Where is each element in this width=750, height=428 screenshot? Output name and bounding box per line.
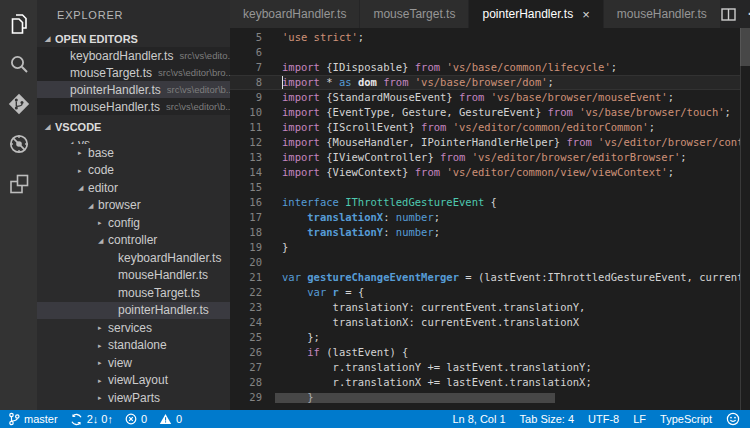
status-eol-label: LF <box>633 413 646 425</box>
tab-close-icon[interactable]: × <box>582 8 590 21</box>
activity-debug[interactable] <box>7 132 31 156</box>
code-line-27[interactable]: 27 r.translationY += lastEvent.translati… <box>230 360 740 375</box>
status-encoding[interactable]: UTF-8 <box>588 413 619 425</box>
code-line-28[interactable]: 28 r.translationX += lastEvent.translati… <box>230 375 740 390</box>
tab-keyboardHandler.ts[interactable]: keyboardHandler.ts <box>230 0 360 28</box>
code-line-6[interactable]: 6 <box>230 45 740 60</box>
tab-mouseTarget.ts[interactable]: mouseTarget.ts <box>360 0 469 28</box>
status-warnings[interactable]: 0 <box>159 413 182 425</box>
tree-item-base[interactable]: ▸base <box>37 144 230 162</box>
code-text: var gestureChangeEventMerger = (lastEven… <box>282 270 740 285</box>
tree-item-standalone[interactable]: ▸standalone <box>37 337 230 355</box>
tab-mouseHandler.ts[interactable]: mouseHandler.ts <box>604 0 721 28</box>
code-line-13[interactable]: 13import {IViewController} from 'vs/edit… <box>230 150 740 165</box>
code-text: translationX: currentEvent.translationX <box>282 315 740 330</box>
warning-icon <box>159 413 172 425</box>
code-text: if (lastEvent) { <box>282 345 740 360</box>
tree-item-label: services <box>108 321 152 335</box>
code-line-18[interactable]: 18 translationY: number; <box>230 225 740 240</box>
status-eol[interactable]: LF <box>633 413 646 425</box>
tree-item-clipped: ◢vs <box>37 135 230 144</box>
activity-explorer[interactable] <box>7 12 31 36</box>
tree-item-mouseTarget.ts[interactable]: mouseTarget.ts <box>37 284 230 302</box>
code-editor[interactable]: 5'use strict';67import {IDisposable} fro… <box>230 28 750 410</box>
code-line-20[interactable]: 20 <box>230 255 740 270</box>
code-text: 'use strict'; <box>282 30 740 45</box>
code-line-14[interactable]: 14import {ViewContext} from 'vs/editor/c… <box>230 165 740 180</box>
open-editor-mouseTarget.ts[interactable]: mouseTarget.tssrc\vs\editor\bro... <box>37 64 230 81</box>
vscode-window: EXPLORER ◢ OPEN EDITORS keyboardHandler.… <box>0 0 750 428</box>
code-line-21[interactable]: 21var gestureChangeEventMerger = (lastEv… <box>230 270 740 285</box>
folder-tree-header[interactable]: ◢ VSCODE <box>37 118 230 135</box>
tree-item-vs[interactable]: ◢vs <box>37 135 230 144</box>
status-feedback[interactable] <box>726 412 740 426</box>
code-text: interface IThrottledGestureEvent { <box>282 195 740 210</box>
code-line-11[interactable]: 11import {IScrollEvent} from 'vs/editor/… <box>230 120 740 135</box>
status-warnings-label: 0 <box>176 413 182 425</box>
twisty-collapsed-icon: ▸ <box>78 167 88 174</box>
tree-item-label: viewLayout <box>108 373 168 387</box>
tree-item-services[interactable]: ▸services <box>37 319 230 337</box>
activity-source-control[interactable] <box>7 92 31 116</box>
tree-item-editor[interactable]: ◢editor <box>37 179 230 197</box>
code-line-23[interactable]: 23 translationY: currentEvent.translatio… <box>230 300 740 315</box>
status-cursor-position-label: Ln 8, Col 1 <box>452 413 505 425</box>
code-line-24[interactable]: 24 translationX: currentEvent.translatio… <box>230 315 740 330</box>
code-line-22[interactable]: 22 var r = { <box>230 285 740 300</box>
tab-pointerHandler.ts[interactable]: pointerHandler.ts× <box>469 0 603 28</box>
tree-item-browser[interactable]: ◢browser <box>37 197 230 215</box>
open-editor-pointerHandler.ts[interactable]: pointerHandler.tssrc\vs\editor\b.. <box>37 81 230 98</box>
tree-item-viewLayout[interactable]: ▸viewLayout <box>37 372 230 390</box>
tree-item-view[interactable]: ▸view <box>37 354 230 372</box>
twisty-collapsed-icon: ▸ <box>98 394 108 401</box>
code-line-5[interactable]: 5'use strict'; <box>230 30 740 45</box>
tree-item-controller[interactable]: ◢controller <box>37 232 230 250</box>
status-sync[interactable]: 2↓ 0↑ <box>70 413 113 426</box>
tab-label: pointerHandler.ts <box>482 7 573 21</box>
tree-item-pointerHandler.ts[interactable]: pointerHandler.ts <box>37 302 230 320</box>
tree-item-label: base <box>88 146 114 160</box>
code-line-16[interactable]: 16interface IThrottledGestureEvent { <box>230 195 740 210</box>
twisty-collapsed-icon: ▸ <box>98 324 108 331</box>
tree-item-mouseHandler.ts[interactable]: mouseHandler.ts <box>37 267 230 285</box>
code-line-8[interactable]: 8import * as dom from 'vs/base/browser/d… <box>230 75 740 90</box>
code-lines: 5'use strict';67import {IDisposable} fro… <box>230 30 740 405</box>
code-line-7[interactable]: 7import {IDisposable} from 'vs/base/comm… <box>230 60 740 75</box>
line-number: 24 <box>230 315 282 330</box>
activity-bar <box>0 0 37 410</box>
code-line-15[interactable]: 15 <box>230 180 740 195</box>
open-editor-keyboardHandler.ts[interactable]: keyboardHandler.tssrc\vs\edito... <box>37 47 230 64</box>
activity-search[interactable] <box>7 52 31 76</box>
code-line-26[interactable]: 26 if (lastEvent) { <box>230 345 740 360</box>
code-line-25[interactable]: 25 }; <box>230 330 740 345</box>
line-number: 5 <box>230 30 282 45</box>
status-language[interactable]: TypeScript <box>660 413 712 425</box>
code-line-10[interactable]: 10import {EventType, Gesture, GestureEve… <box>230 105 740 120</box>
open-editors-header[interactable]: ◢ OPEN EDITORS <box>37 30 230 47</box>
line-number: 14 <box>230 165 282 180</box>
status-cursor-position[interactable]: Ln 8, Col 1 <box>452 413 505 425</box>
code-line-9[interactable]: 9import {StandardMouseEvent} from 'vs/ba… <box>230 90 740 105</box>
tree-item-config[interactable]: ▸config <box>37 214 230 232</box>
line-number: 16 <box>230 195 282 210</box>
code-line-12[interactable]: 12import {MouseHandler, IPointerHandlerH… <box>230 135 740 150</box>
open-editor-mouseHandler.ts[interactable]: mouseHandler.tssrc\vs\editor\b... <box>37 98 230 115</box>
twisty-collapsed-icon: ▸ <box>98 359 108 366</box>
status-tab-size[interactable]: Tab Size: 4 <box>520 413 574 425</box>
tree-item-keyboardHandler.ts[interactable]: keyboardHandler.ts <box>37 249 230 267</box>
status-errors[interactable]: 0 <box>125 413 147 425</box>
tree-item-label: mouseHandler.ts <box>118 268 208 282</box>
split-editor-icon[interactable] <box>721 8 736 21</box>
code-line-17[interactable]: 17 translationX: number; <box>230 210 740 225</box>
vertical-scrollbar-thumb[interactable] <box>740 28 750 66</box>
tree-item-viewParts[interactable]: ▸viewParts <box>37 389 230 407</box>
line-number: 9 <box>230 90 282 105</box>
horizontal-scrollbar-thumb[interactable] <box>275 393 555 403</box>
open-editor-file-path: src\vs\edito... <box>179 50 230 61</box>
code-line-19[interactable]: 19} <box>230 240 740 255</box>
line-number: 20 <box>230 255 282 270</box>
activity-extensions[interactable] <box>7 172 31 196</box>
status-git-branch[interactable]: master <box>8 412 58 426</box>
tree-item-code[interactable]: ▸code <box>37 162 230 180</box>
tree-item-label: config <box>108 216 140 230</box>
